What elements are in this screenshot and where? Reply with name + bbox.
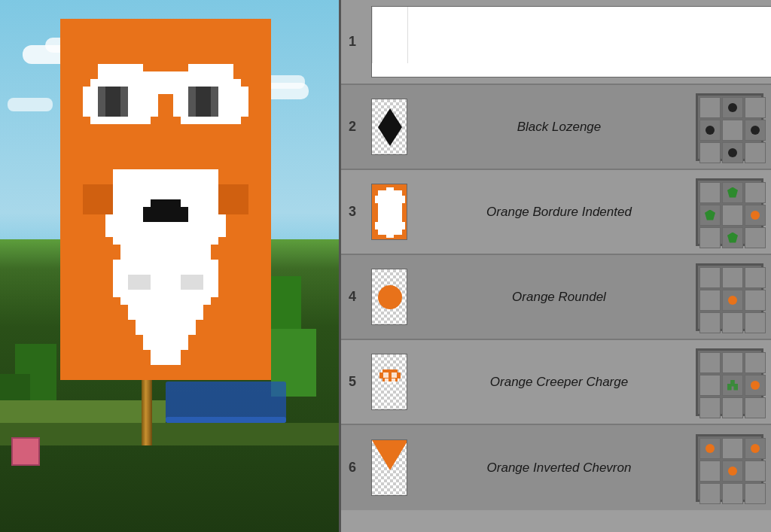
pattern-preview-6 — [371, 439, 407, 496]
ground-mid — [0, 423, 339, 445]
grid-cell — [699, 182, 721, 203]
grid-cell — [699, 483, 721, 504]
svg-rect-25 — [218, 184, 248, 214]
recipe-row-4: 4 Orange Roundel — [341, 255, 771, 340]
grid-cell — [745, 312, 766, 333]
recipe-row-6: 6 Orange Inverted Chevron — [341, 425, 771, 510]
grid-cell — [722, 397, 743, 418]
banner-svg — [60, 19, 271, 380]
grid-cell — [722, 267, 743, 288]
svg-rect-46 — [385, 378, 389, 382]
grid-cell — [745, 397, 766, 418]
svg-rect-20 — [128, 297, 203, 320]
grid-cell — [722, 142, 743, 163]
svg-rect-43 — [379, 372, 401, 378]
svg-rect-31 — [372, 184, 378, 240]
grid-cell — [699, 205, 721, 226]
step-number-2: 2 — [349, 119, 364, 135]
pattern-preview-3 — [371, 184, 407, 240]
step-number-4: 4 — [349, 289, 364, 305]
grid-cell — [722, 227, 743, 248]
banner-main — [60, 19, 271, 380]
grid-cell — [722, 97, 743, 118]
grid-cell — [699, 120, 721, 141]
grid-cell — [745, 142, 766, 163]
step-name-6: Orange Inverted Chevron — [422, 461, 696, 476]
svg-marker-29 — [378, 108, 402, 146]
grid-cell — [699, 438, 721, 459]
grid-cell — [699, 267, 721, 288]
grid-cell — [745, 227, 766, 248]
grid-cell — [745, 205, 766, 226]
grid-cell — [699, 397, 721, 418]
grid-cell — [699, 142, 721, 163]
crafting-grid-2 — [696, 93, 763, 161]
step-number-3: 3 — [349, 204, 364, 220]
svg-rect-9 — [98, 64, 143, 79]
svg-rect-27 — [372, 7, 373, 63]
grid-cell — [722, 352, 743, 373]
grid-cell — [722, 461, 743, 482]
svg-rect-26 — [372, 7, 408, 63]
recipe-row-2: 2 Black Lozenge — [341, 85, 771, 170]
grid-cell — [745, 290, 766, 311]
grid-cell — [745, 267, 766, 288]
grid-cell — [722, 182, 743, 203]
step-number-1: 1 — [349, 34, 364, 50]
svg-rect-21 — [136, 320, 196, 335]
crafting-grid-6 — [696, 434, 763, 502]
svg-rect-19 — [181, 275, 203, 290]
grid-cell — [722, 120, 743, 141]
svg-rect-39 — [386, 187, 394, 193]
grid-cell — [745, 182, 766, 203]
step-number-6: 6 — [349, 460, 364, 476]
grid-cell — [699, 312, 721, 333]
grid-cell — [699, 352, 721, 373]
svg-rect-35 — [375, 196, 382, 203]
grid-cell — [699, 375, 721, 396]
svg-rect-18 — [128, 275, 151, 290]
svg-rect-15 — [143, 207, 188, 222]
pattern-preview-1 — [371, 6, 771, 78]
svg-rect-47 — [392, 378, 395, 382]
recipe-row-5: 5 Orange Creeper Charge — [341, 340, 771, 425]
grid-cell — [745, 352, 766, 373]
grid-cell — [722, 290, 743, 311]
crafting-grid-5 — [696, 348, 763, 416]
pattern-preview-4 — [371, 269, 407, 325]
grid-cell — [699, 461, 721, 482]
svg-rect-48 — [389, 382, 392, 384]
svg-rect-23 — [151, 350, 181, 365]
svg-marker-49 — [372, 440, 407, 470]
svg-rect-37 — [398, 196, 405, 203]
crafting-grid-4 — [696, 263, 763, 331]
ground-front — [0, 400, 166, 423]
grid-cell — [699, 97, 721, 118]
grid-cell — [745, 97, 766, 118]
svg-rect-22 — [143, 335, 188, 350]
step-name-2: Black Lozenge — [422, 120, 696, 135]
grid-cell — [745, 461, 766, 482]
recipe-row-1: 1 White Base — [341, 0, 771, 85]
grid-cell — [722, 438, 743, 459]
svg-rect-11 — [143, 71, 188, 94]
svg-rect-8 — [196, 87, 211, 117]
water-surface — [166, 417, 286, 423]
svg-rect-36 — [375, 222, 382, 230]
svg-rect-44 — [383, 372, 389, 378]
grid-cell — [745, 438, 766, 459]
step-name-4: Orange Roundel — [422, 290, 696, 305]
step-name-5: Orange Creeper Charge — [422, 375, 696, 390]
svg-rect-10 — [188, 64, 233, 79]
crafting-grid-3 — [696, 178, 763, 246]
recipe-panel: 1 White Base 2 Black — [339, 0, 771, 532]
grid-cell — [745, 120, 766, 141]
grid-cell — [722, 375, 743, 396]
step-number-5: 5 — [349, 374, 364, 390]
grid-cell — [722, 483, 743, 504]
svg-rect-32 — [402, 184, 407, 240]
step-name-3: Orange Bordure Indented — [422, 205, 696, 220]
recipe-row-3: 3 Orange Bordure Indented — [341, 170, 771, 255]
pattern-preview-5 — [371, 354, 407, 410]
svg-rect-24 — [83, 184, 113, 214]
